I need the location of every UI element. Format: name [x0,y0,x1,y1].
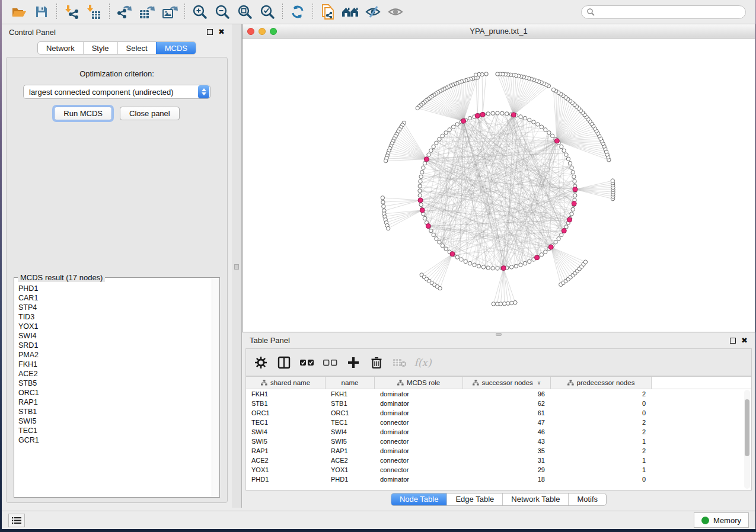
cell-mcds_role: connector [375,456,463,465]
column-header-predecessor_nodes[interactable]: predecessor nodes [551,377,652,389]
mcds-result-item[interactable]: SRD1 [15,341,212,350]
network-canvas[interactable] [243,39,755,332]
close-panel-button[interactable]: Close panel [120,107,180,120]
column-header-mcds_role[interactable]: MCDS role [375,377,463,389]
mcds-result-item[interactable]: TEC1 [15,426,212,435]
table-scrollbar[interactable] [744,390,750,489]
mcds-result-item[interactable]: YOX1 [15,322,212,331]
tree-icon [567,380,574,386]
table-row[interactable]: FKH1FKH1dominator962 [246,389,751,399]
cell-mcds_role: dominator [375,408,463,418]
splitter-grip-icon[interactable] [496,333,502,336]
table-settings-button[interactable] [252,354,270,371]
mcds-result-item[interactable]: SWI5 [15,416,212,426]
splitter-grip-icon [234,264,239,270]
cell-mcds_role: dominator [375,389,463,399]
table-scrollbar-thumb[interactable] [745,399,749,456]
import-table-icon [87,4,102,20]
mcds-result-item[interactable]: STB5 [15,379,212,388]
tab-node-table[interactable]: Node Table [391,493,447,505]
minimize-window-icon[interactable] [259,28,266,35]
criterion-select[interactable]: largest connected component (undirected) [23,85,210,99]
deselect-all-button[interactable] [321,354,339,371]
network-window-titlebar[interactable]: YPA_prune.txt_1 [243,24,755,39]
mcds-list-scrollbar[interactable] [212,278,219,496]
export-table-button[interactable] [136,2,158,21]
float-panel-icon[interactable] [207,29,213,35]
mcds-result-item[interactable]: SWI4 [15,331,212,341]
panel-splitter-vertical[interactable] [232,24,242,508]
tab-style[interactable]: Style [83,42,117,54]
tab-network[interactable]: Network [38,42,83,54]
tab-mcds[interactable]: MCDS [156,42,196,54]
zoom-in-button[interactable] [189,2,211,21]
copy-network-button[interactable] [317,2,339,21]
table-row[interactable]: RAP1RAP1dominator352 [246,446,751,456]
table-row[interactable]: SWI5SWI5connector431 [246,437,751,446]
table-row[interactable]: STB1STB1dominator620 [246,399,751,408]
first-neighbors-button[interactable] [339,2,362,21]
zoom-fit-button[interactable] [234,2,256,21]
table-row[interactable]: ACE2ACE2connector311 [246,456,751,465]
mcds-result-item[interactable]: GCR1 [15,435,212,445]
function-builder-button[interactable]: f(x) [414,354,432,371]
select-all-button[interactable] [298,354,316,371]
table-row[interactable]: TEC1TEC1connector472 [246,418,751,427]
cell-name: ACE2 [326,456,375,465]
close-panel-icon[interactable]: ✖ [218,29,225,35]
show-columns-button[interactable] [275,354,293,371]
cell-successor_nodes: 31 [463,456,551,465]
network-graph[interactable] [243,39,755,331]
zoom-out-button[interactable] [211,2,234,21]
create-column-button[interactable] [344,354,362,371]
delete-table-button[interactable] [391,354,409,371]
close-panel-icon[interactable]: ✖ [741,338,748,344]
save-session-button[interactable] [30,2,53,21]
mcds-result-item[interactable]: TID3 [15,312,212,322]
mcds-result-item[interactable]: RAP1 [15,398,212,407]
run-mcds-button[interactable]: Run MCDS [54,107,112,120]
cell-name: SWI4 [326,427,375,437]
memory-button[interactable]: Memory [694,512,749,528]
mcds-result-item[interactable]: ORC1 [15,388,212,398]
column-header-name[interactable]: name [326,377,375,389]
export-image-button[interactable] [158,2,181,21]
import-network-button[interactable] [60,2,83,21]
mcds-result-item[interactable]: FKH1 [15,360,212,369]
tab-motifs[interactable]: Motifs [568,493,606,505]
cell-predecessor_nodes: 1 [551,437,652,446]
mcds-result-item[interactable]: PHD1 [15,284,212,293]
open-file-button[interactable] [8,2,30,21]
mcds-result-item[interactable]: STB1 [15,407,212,416]
zoom-selected-button[interactable] [256,2,279,21]
column-header-shared_name[interactable]: shared name [246,377,326,389]
tab-network-table[interactable]: Network Table [502,493,568,505]
mcds-result-item[interactable]: PMA2 [15,350,212,360]
table-row[interactable]: ORC1ORC1dominator610 [246,408,751,418]
refresh-layout-button[interactable] [286,2,309,21]
mcds-result-item[interactable]: ACE2 [15,369,212,379]
show-all-button[interactable] [384,2,407,21]
export-network-button[interactable] [113,2,136,21]
table-row[interactable]: SWI4SWI4dominator462 [246,427,751,437]
tab-select[interactable]: Select [117,42,156,54]
table-row[interactable]: PHD1PHD1dominator180 [246,475,751,484]
maximize-window-icon[interactable] [270,28,277,35]
mcds-result-list[interactable]: PHD1CAR1STP4TID3YOX1SWI4SRD1PMA2FKH1ACE2… [15,278,212,496]
float-panel-icon[interactable] [730,338,736,344]
search-input[interactable] [598,8,741,16]
delete-column-button[interactable] [368,354,385,371]
mcds-result-item[interactable]: STP4 [15,303,212,312]
column-header-successor_nodes[interactable]: successor nodes∨ [463,377,551,389]
search-input-box[interactable] [581,5,746,19]
mcds-result-item[interactable]: CAR1 [15,293,212,303]
toolbar-separator [282,4,283,20]
tab-edge-table[interactable]: Edge Table [446,493,502,505]
import-table-button[interactable] [83,2,106,21]
hide-selected-button[interactable] [362,2,384,21]
zoom-in-icon [192,4,208,20]
toolbar-separator [109,4,110,20]
task-history-button[interactable] [8,514,25,527]
table-row[interactable]: YOX1YOX1connector291 [246,465,751,475]
close-window-icon[interactable] [247,28,254,35]
